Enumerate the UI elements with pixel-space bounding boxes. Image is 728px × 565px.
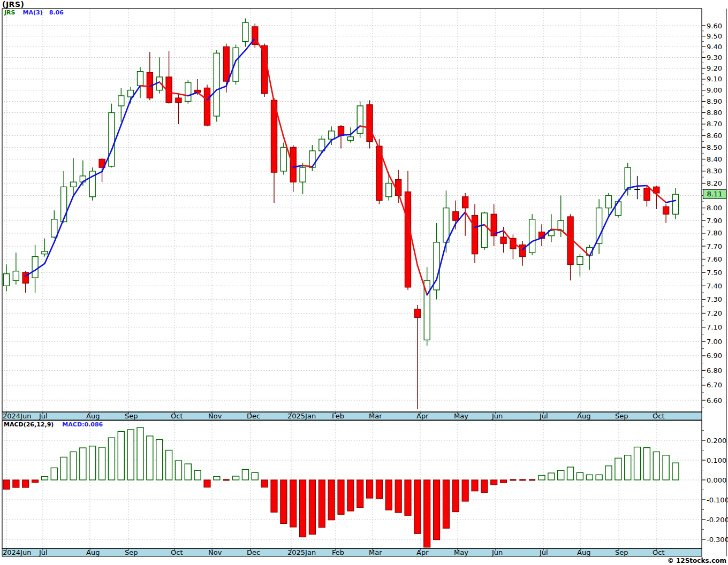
month-label: Jun <box>491 412 503 420</box>
macd-bar <box>653 452 659 480</box>
price-tick-label: 8.70 <box>707 120 722 128</box>
price-tick-label: 9.20 <box>707 64 722 72</box>
macd-bar <box>156 440 163 480</box>
macd-bar <box>357 480 363 507</box>
month-label: Jun <box>491 548 503 556</box>
ma-value: 8.06 <box>49 9 64 16</box>
price-tick-label: 8.60 <box>707 132 722 140</box>
macd-value-label: MACD:0.086 <box>62 421 103 428</box>
month-label: Nov <box>208 412 222 420</box>
candlestick <box>357 101 363 138</box>
macd-bar <box>625 455 631 480</box>
macd-bar <box>347 480 354 511</box>
stock-chart-page: 2024JunJulAugSepOctNovDec2025JanFebMarAp… <box>0 0 728 565</box>
macd-bar <box>491 480 497 485</box>
macd-bar <box>472 480 478 491</box>
macd-bar <box>643 448 650 480</box>
macd-bar <box>118 431 124 480</box>
macd-bar <box>290 480 297 527</box>
macd-params-label: MACD(26,12,9) <box>4 421 54 428</box>
macd-bar <box>529 479 535 481</box>
macd-bar <box>434 480 440 540</box>
month-label: Aug <box>577 412 590 420</box>
macd-bar <box>414 480 421 533</box>
candlestick <box>204 85 210 126</box>
candlestick <box>280 143 286 175</box>
candlestick <box>529 214 535 255</box>
macd-bar <box>452 480 459 512</box>
price-tick-label: 7.00 <box>707 338 722 346</box>
month-label: May <box>454 548 468 556</box>
macd-bar <box>80 448 86 480</box>
month-label: Apr <box>416 412 429 420</box>
month-axis-strip <box>2 412 702 420</box>
macd-bar <box>424 480 430 547</box>
price-tick-label: 7.50 <box>707 269 722 277</box>
price-tick-label: 7.40 <box>707 282 722 290</box>
macd-bar <box>175 461 181 480</box>
macd-bar <box>395 480 401 513</box>
macd-bar <box>634 447 641 480</box>
macd-bar <box>137 427 143 480</box>
month-label: Apr <box>416 548 429 556</box>
macd-bar <box>166 451 172 480</box>
macd-bar <box>60 457 67 480</box>
price-tick-label: 8.40 <box>707 155 722 163</box>
macd-bar <box>108 438 115 480</box>
macd-tick-label: -0.100 <box>707 496 728 504</box>
price-tick-label: 9.40 <box>707 43 722 51</box>
month-label: Oct <box>171 412 183 420</box>
macd-bar <box>539 475 545 480</box>
price-tick-label: 7.20 <box>707 309 722 317</box>
macd-bar <box>596 475 602 480</box>
month-label: Jul <box>539 412 548 420</box>
month-label: Mar <box>369 548 382 556</box>
macd-bar <box>318 480 325 528</box>
macd-bar <box>185 464 191 480</box>
macd-bar <box>385 480 392 510</box>
price-tick-label: 6.80 <box>707 367 722 375</box>
macd-bar <box>194 470 201 480</box>
candlestick <box>185 80 191 104</box>
macd-bar <box>481 480 488 492</box>
macd-bar <box>127 430 134 480</box>
month-label: Sep <box>615 548 628 556</box>
month-label: Nov <box>208 548 222 556</box>
macd-bar <box>548 473 555 480</box>
macd-bar <box>586 475 593 480</box>
price-tick-label: 6.60 <box>707 396 722 404</box>
macd-bar <box>280 480 287 523</box>
price-tick-label: 9.60 <box>707 22 722 30</box>
macd-tick-label: -0.300 <box>707 536 728 544</box>
macd-bar <box>271 480 277 512</box>
price-legend: JRSMA(3)8.06 <box>4 9 64 16</box>
candlestick <box>252 24 258 48</box>
macd-bar <box>558 470 564 480</box>
month-label: Feb <box>332 412 344 420</box>
macd-bar <box>663 455 669 480</box>
macd-bar <box>70 452 77 480</box>
copyright-watermark: © 12Stocks.com <box>668 557 726 564</box>
price-tick-label: 6.70 <box>707 381 722 389</box>
macd-bar <box>252 472 258 480</box>
macd-bar <box>405 480 411 515</box>
macd-bar <box>338 480 344 514</box>
macd-legend: MACD(26,12,9)MACD:0.086 <box>4 421 103 428</box>
month-label: May <box>454 412 468 420</box>
candlestick <box>262 43 268 97</box>
price-tick-label: 8.50 <box>707 143 722 151</box>
macd-tick-label: -0.200 <box>707 516 728 524</box>
price-tick-label: 8.20 <box>707 179 722 187</box>
macd-tick-label: 0.000 <box>707 476 726 484</box>
month-label: Oct <box>171 548 183 556</box>
price-tick-label: 8.30 <box>707 167 722 175</box>
price-tick-label: 6.90 <box>707 352 722 360</box>
macd-bar <box>567 467 574 480</box>
month-label: Aug <box>577 548 590 556</box>
month-label: Jul <box>39 548 48 556</box>
macd-bar <box>3 480 10 489</box>
macd-bar <box>672 463 679 480</box>
price-axis: 9.609.509.409.309.209.109.008.908.808.70… <box>702 22 722 408</box>
macd-bar <box>22 480 29 487</box>
macd-bar <box>214 477 220 480</box>
